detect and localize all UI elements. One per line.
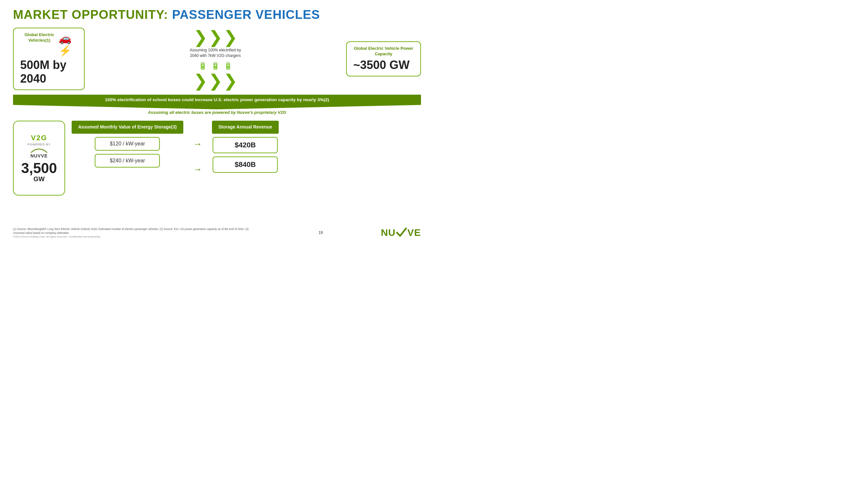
v2g-box: V2G POWERED BY NUVVE 3,500 GW bbox=[13, 121, 65, 196]
output-row-1: $420B bbox=[213, 137, 278, 153]
charger-icons-row: 🔋 🔋 🔋 bbox=[198, 62, 232, 70]
footnote-text: (1) Source: BloombergNEF Long Term Elect… bbox=[13, 227, 260, 235]
input-column: Assumed Monthly Value of Energy Storage(… bbox=[72, 121, 183, 167]
right-card: Global Electric Vehicle Power Capacity ~… bbox=[346, 41, 421, 76]
v2g-arc-icon bbox=[29, 147, 49, 153]
v2g-powered-by: POWERED BY bbox=[27, 143, 51, 146]
v2g-logo-text: V2G bbox=[31, 134, 47, 142]
v2g-brand: NUVVE bbox=[30, 153, 48, 158]
page-header: MARKET OPPORTUNITY: PASSENGER VEHICLES bbox=[13, 8, 421, 22]
right-arrow-2: → bbox=[193, 164, 202, 175]
green-banner-sub: Assuming all electric buses are powered … bbox=[13, 110, 421, 115]
header-part2: PASSENGER VEHICLES bbox=[172, 8, 320, 22]
output-column: Storage Annual Revenue $420B $840B bbox=[212, 121, 279, 173]
right-card-label: Global Electric Vehicle Power Capacity bbox=[353, 46, 414, 57]
ev-car-icon: 🚗⚡ bbox=[59, 32, 78, 57]
col1-header: Assumed Monthly Value of Energy Storage(… bbox=[72, 121, 183, 134]
v2g-number: 3,500 bbox=[21, 161, 57, 175]
chevron-4: ❯ bbox=[193, 72, 208, 89]
copyright-text: ©2023 Nuvve Holding Corp. All rights res… bbox=[13, 235, 260, 238]
nuvve-logo-nu: NU bbox=[381, 227, 396, 238]
charger-icon-3: 🔋 bbox=[224, 62, 232, 70]
green-banner-text: 100% electrification of school buses cou… bbox=[105, 97, 329, 102]
chevron-3: ❯ bbox=[223, 29, 238, 45]
green-banner: 100% electrification of school buses cou… bbox=[13, 95, 421, 109]
charger-icon-1: 🔋 bbox=[198, 62, 207, 70]
left-card-value: 500M by 2040 bbox=[20, 58, 78, 86]
nuvve-logo: NU VE bbox=[381, 227, 421, 238]
left-card-label: Global Electric Vehicles(1) bbox=[20, 32, 59, 43]
chevrons-row-top: ❯ ❯ ❯ bbox=[193, 29, 238, 45]
chevron-6: ❯ bbox=[223, 72, 238, 89]
left-card: Global Electric Vehicles(1) 🚗⚡ 500M by 2… bbox=[13, 28, 85, 90]
assumption-text: Assuming 100% electrified by 2040 with 7… bbox=[186, 47, 245, 59]
header-part1: MARKET OPPORTUNITY: bbox=[13, 8, 168, 22]
nuvve-checkmark-icon bbox=[396, 227, 407, 238]
charger-icon-2: 🔋 bbox=[211, 62, 220, 70]
page-number: 19 bbox=[260, 230, 381, 235]
page: MARKET OPPORTUNITY: PASSENGER VEHICLES G… bbox=[0, 0, 434, 244]
footer: (1) Source: BloombergNEF Long Term Elect… bbox=[13, 224, 421, 238]
tables-section: Assumed Monthly Value of Energy Storage(… bbox=[72, 121, 421, 175]
right-arrow-1: → bbox=[193, 139, 202, 149]
output-row-2: $840B bbox=[213, 157, 278, 173]
nuvve-logo-ve: VE bbox=[407, 227, 421, 238]
chevrons-row-bottom: ❯ ❯ ❯ bbox=[193, 72, 238, 89]
input-row-2: $240 / kW-year bbox=[95, 154, 160, 167]
between-arrows: → → bbox=[193, 139, 202, 175]
v2g-unit: GW bbox=[34, 175, 44, 183]
left-card-top: Global Electric Vehicles(1) 🚗⚡ bbox=[20, 32, 78, 57]
footer-bottom-row: (1) Source: BloombergNEF Long Term Elect… bbox=[13, 227, 421, 238]
footer-left: (1) Source: BloombergNEF Long Term Elect… bbox=[13, 227, 260, 238]
input-row-1: $120 / kW-year bbox=[95, 137, 160, 151]
right-card-value: ~3500 GW bbox=[353, 58, 410, 72]
bottom-section: V2G POWERED BY NUVVE 3,500 GW Assumed Mo… bbox=[13, 121, 421, 196]
col2-header: Storage Annual Revenue bbox=[212, 121, 279, 134]
chevron-5: ❯ bbox=[208, 72, 223, 89]
chevron-1: ❯ bbox=[193, 29, 208, 45]
chevron-2: ❯ bbox=[208, 29, 223, 45]
top-cards-row: Global Electric Vehicles(1) 🚗⚡ 500M by 2… bbox=[13, 28, 421, 90]
center-arrows: ❯ ❯ ❯ Assuming 100% electrified by 2040 … bbox=[85, 29, 346, 89]
